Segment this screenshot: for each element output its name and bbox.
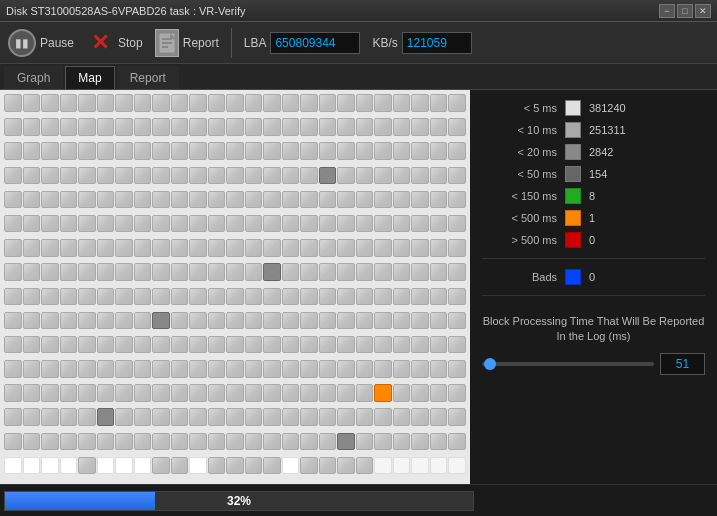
map-area: [0, 90, 470, 484]
map-cell: [411, 360, 429, 378]
map-cell: [208, 215, 226, 233]
tab-map[interactable]: Map: [65, 66, 114, 89]
map-cell: [115, 191, 133, 209]
map-cell: [374, 191, 392, 209]
map-cell: [356, 312, 374, 330]
map-cell: [171, 360, 189, 378]
map-cell: [319, 263, 337, 281]
map-cell: [78, 457, 96, 475]
map-cell: [78, 288, 96, 306]
map-cell: [23, 142, 41, 160]
map-cell: [374, 408, 392, 426]
close-button[interactable]: ✕: [695, 4, 711, 18]
minimize-button[interactable]: −: [659, 4, 675, 18]
map-cell: [448, 263, 466, 281]
map-cell: [337, 142, 355, 160]
bpt-slider[interactable]: [482, 362, 654, 366]
map-cell: [356, 215, 374, 233]
map-cell: [411, 408, 429, 426]
map-cell: [263, 336, 281, 354]
map-cell: [393, 191, 411, 209]
map-cell: [448, 312, 466, 330]
map-cell: [337, 408, 355, 426]
map-cell: [263, 312, 281, 330]
map-cell: [208, 191, 226, 209]
map-cell: [189, 215, 207, 233]
map-cell: [319, 288, 337, 306]
map-cell: [300, 215, 318, 233]
map-cell: [430, 215, 448, 233]
legend-swatch-50ms: [565, 166, 581, 182]
map-cell: [319, 167, 337, 185]
map-cell: [97, 167, 115, 185]
map-cell: [115, 360, 133, 378]
map-cell: [152, 94, 170, 112]
map-cell: [208, 384, 226, 402]
pause-button[interactable]: ▮▮ Pause: [8, 29, 74, 57]
map-cell: [411, 433, 429, 451]
map-cell: [41, 408, 59, 426]
map-cell: [189, 239, 207, 257]
map-cell: [208, 118, 226, 136]
map-cell: [60, 118, 78, 136]
map-cell: [134, 167, 152, 185]
map-cell: [23, 288, 41, 306]
bpt-value-input[interactable]: [660, 353, 705, 375]
map-cell: [97, 336, 115, 354]
map-cell: [134, 384, 152, 402]
map-cell: [152, 457, 170, 475]
map-cell: [189, 118, 207, 136]
lba-input[interactable]: [270, 32, 360, 54]
lba-label: LBA: [244, 36, 267, 50]
map-cell: [60, 215, 78, 233]
legend-count-10ms: 251311: [589, 124, 639, 136]
map-cell: [374, 336, 392, 354]
maximize-button[interactable]: □: [677, 4, 693, 18]
map-cell: [189, 312, 207, 330]
map-cell: [430, 94, 448, 112]
map-cell: [171, 167, 189, 185]
map-cell: [152, 384, 170, 402]
map-cell: [4, 408, 22, 426]
map-cell: [115, 336, 133, 354]
map-cell: [78, 191, 96, 209]
map-cell: [245, 263, 263, 281]
map-cell: [319, 118, 337, 136]
stop-button[interactable]: ✕ Stop: [86, 29, 143, 57]
map-cell: [282, 239, 300, 257]
map-cell: [23, 312, 41, 330]
legend-swatch-over500ms: [565, 232, 581, 248]
map-cell: [356, 360, 374, 378]
map-cell: [337, 263, 355, 281]
report-button[interactable]: Report: [155, 29, 219, 57]
map-cell: [393, 118, 411, 136]
map-cell: [245, 142, 263, 160]
map-cell: [208, 457, 226, 475]
map-cell: [226, 288, 244, 306]
map-cell: [282, 288, 300, 306]
map-cell: [356, 263, 374, 281]
tab-graph[interactable]: Graph: [4, 66, 63, 89]
map-cell: [208, 288, 226, 306]
map-cell: [41, 94, 59, 112]
map-cell: [263, 167, 281, 185]
map-cell: [430, 336, 448, 354]
map-cell: [4, 336, 22, 354]
map-cell: [152, 312, 170, 330]
tab-report[interactable]: Report: [117, 66, 179, 89]
map-cell: [430, 142, 448, 160]
kbs-input[interactable]: [402, 32, 472, 54]
legend-count-500ms: 1: [589, 212, 639, 224]
map-cell: [319, 191, 337, 209]
map-cell: [263, 384, 281, 402]
map-cell: [300, 94, 318, 112]
main-content: < 5 ms 381240 < 10 ms 251311 < 20 ms 284…: [0, 90, 717, 484]
map-cell: [226, 239, 244, 257]
map-cell: [226, 215, 244, 233]
map-cell: [393, 142, 411, 160]
map-cell: [4, 288, 22, 306]
toolbar-separator: [231, 28, 232, 58]
map-cell: [115, 94, 133, 112]
map-cell: [263, 239, 281, 257]
map-cell: [115, 215, 133, 233]
